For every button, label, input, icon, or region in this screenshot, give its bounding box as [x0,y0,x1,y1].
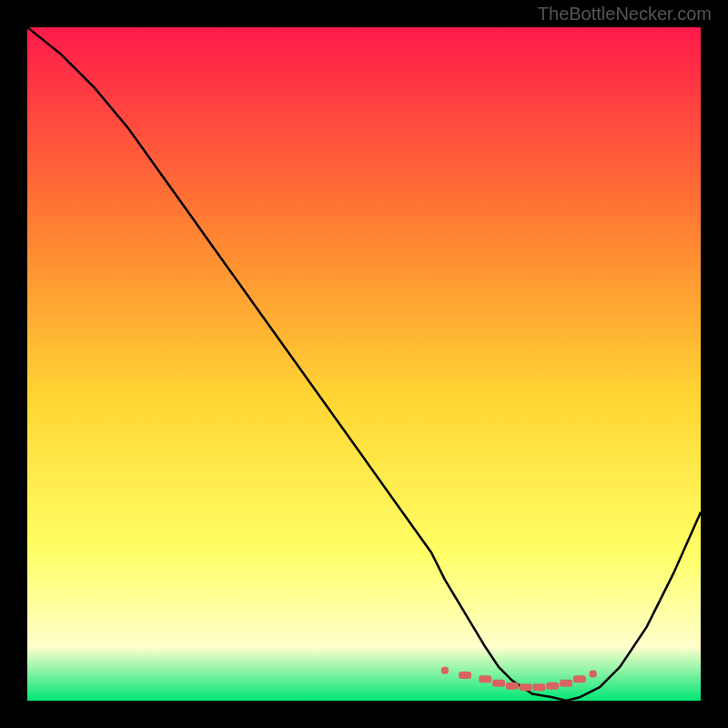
marker-dot [492,680,505,687]
plot-svg [27,27,701,701]
plot-area [27,27,701,701]
marker-dot [441,667,449,674]
marker-dot [459,672,471,679]
marker-dot [573,675,586,682]
marker-dot [520,683,532,691]
chart-container: TheBottleNecker.com [0,0,728,728]
marker-dot [479,675,491,682]
marker-dot [590,670,597,677]
marker-dot [560,680,572,687]
watermark-text: TheBottleNecker.com [538,4,712,25]
marker-dot [506,682,519,690]
marker-dot [532,683,545,691]
marker-dot [546,682,559,690]
